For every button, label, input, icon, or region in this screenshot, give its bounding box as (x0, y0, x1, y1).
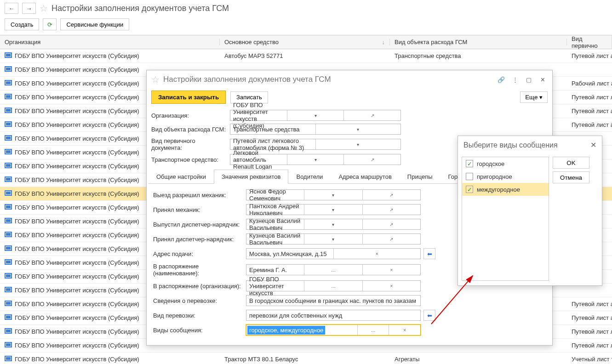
input-addr[interactable]: Москва, ул.Мясницкая, д.15 × (246, 248, 421, 259)
checkbox-icon[interactable]: ✓ (466, 186, 473, 193)
input-vehicle[interactable]: Легковой автомобиль Renault Logan ▾ ↗ (230, 154, 401, 165)
tab-requisites[interactable]: Значения реквизитов (214, 170, 289, 184)
checklist: ✓городскоепригородное✓междугородное (462, 157, 549, 281)
label-doctype: Вид первичного документа: (151, 137, 227, 151)
link-icon[interactable]: 🔗 (496, 74, 506, 85)
col-header-type[interactable]: Вид объекта расхода ГСМ (390, 39, 567, 46)
input-recv-mech[interactable]: Пантюхов Андрей Николаевич ▾ ↗ (246, 204, 421, 215)
document-icon (5, 94, 12, 99)
ok-button[interactable]: OK (553, 157, 589, 169)
topbar: ← → ☆ Настройки заполнения документов уч… (0, 0, 612, 17)
close-icon[interactable]: ✕ (538, 74, 548, 85)
save-close-button[interactable]: Записать и закрыть (151, 91, 226, 104)
sort-icon: ↓ (382, 39, 385, 46)
input-org[interactable]: ГОБУ ВПО Университет искусств (Субсидия)… (230, 110, 401, 121)
input-disp-org[interactable]: ГОБУ ВПО Университет искусств … × (246, 280, 421, 291)
input-trip-type[interactable]: перевозки для собственных нужд (246, 310, 421, 321)
checklist-item[interactable]: ✓городское (462, 157, 549, 170)
document-icon (5, 176, 12, 182)
checklist-label: пригородное (477, 173, 512, 180)
select-icon[interactable]: … (357, 325, 389, 335)
clear-icon[interactable]: × (362, 265, 420, 275)
label-disp-out: Выпустил диспетчер-нарядчик: (153, 221, 243, 228)
input-trip-info[interactable]: В городском сообщении в границах нас. пу… (246, 295, 421, 306)
label-recv-mech: Принял механик: (153, 206, 243, 213)
dropdown-icon[interactable]: ▾ (304, 205, 362, 215)
dropdown-icon[interactable]: ▾ (315, 124, 401, 134)
cancel-button[interactable]: Отмена (553, 171, 589, 183)
tab-trailers[interactable]: Прицепы (400, 170, 440, 184)
document-icon (5, 245, 12, 251)
dropdown-icon[interactable]: ▾ (304, 219, 362, 229)
select-icon[interactable]: … (304, 281, 362, 291)
document-icon (5, 356, 12, 361)
document-icon (5, 121, 12, 127)
col-header-asset[interactable]: Основное средство ↓ (220, 39, 390, 46)
document-icon (5, 135, 12, 141)
maximize-icon[interactable]: ▢ (524, 74, 534, 85)
modal-favorite-icon[interactable]: ☆ (151, 74, 160, 85)
checklist-item[interactable]: ✓междугородное (462, 183, 549, 196)
select-icon[interactable]: … (304, 265, 362, 275)
modal-title: Настройки заполнения документов учета ГС… (163, 75, 492, 84)
dropdown-icon[interactable]: ▾ (304, 234, 362, 244)
select-msg-types-popup: Выберите виды сообщения ✕ ✓городскоеприг… (458, 136, 602, 286)
open-icon[interactable]: ↗ (362, 205, 420, 215)
document-icon (5, 149, 12, 154)
clear-icon[interactable]: × (333, 249, 421, 259)
open-icon[interactable]: ↗ (362, 190, 420, 200)
clear-icon[interactable]: × (389, 325, 420, 335)
tab-general[interactable]: Общие настройки (149, 170, 214, 184)
back-button[interactable]: ← (5, 3, 18, 14)
input-disp-out[interactable]: Кузнецов Василий Васильевич ▾ ↗ (246, 219, 421, 230)
table-row[interactable]: ГОБУ ВПО Университет искусств (Субсидия)… (0, 49, 612, 63)
checkbox-icon[interactable] (466, 173, 473, 180)
open-icon[interactable]: ↗ (343, 154, 400, 165)
document-icon (5, 108, 12, 113)
checkbox-icon[interactable]: ✓ (466, 160, 473, 167)
document-icon (5, 204, 12, 210)
input-doctype[interactable]: Путевой лист легкового автомобиля (форма… (230, 139, 401, 150)
dropdown-icon[interactable]: ▾ (287, 110, 344, 120)
page-title: Настройки заполнения документов учета ГС… (51, 4, 229, 13)
document-icon (5, 301, 12, 306)
col-header-doc[interactable]: Вид первично (567, 35, 612, 49)
refresh-button[interactable]: ⟳ (43, 18, 57, 30)
label-trip-type: Вид перевозки: (153, 312, 243, 319)
more-icon[interactable]: ⋮ (510, 74, 520, 85)
document-icon (5, 163, 12, 168)
input-msg-types[interactable]: городское, междугородное … × (246, 324, 421, 336)
table-row[interactable]: ГОБУ ВПО Университет искусств (Субсидия)… (0, 353, 612, 364)
open-icon[interactable]: ↗ (362, 219, 420, 229)
col-header-org[interactable]: Организация (0, 39, 220, 46)
create-button[interactable]: Создать (5, 18, 39, 30)
input-allow-mech[interactable]: Яснов Федор Семенович ▾ ↗ (246, 189, 421, 200)
document-icon (5, 287, 12, 292)
tab-drivers[interactable]: Водители (288, 170, 331, 184)
more-button[interactable]: Еще ▾ (520, 91, 548, 103)
document-icon (5, 273, 12, 279)
label-disp-in: Принял диспетчер-нарядчик: (153, 236, 243, 243)
open-icon[interactable]: ↗ (343, 110, 400, 120)
input-disp-name[interactable]: Еремина Г. А. … × (246, 264, 421, 275)
copy-left-button[interactable]: ⬅ (423, 310, 435, 321)
service-button[interactable]: Сервисные функции (60, 18, 129, 30)
checklist-item[interactable]: пригородное (462, 170, 549, 183)
forward-button[interactable]: → (22, 3, 36, 14)
label-trip-info: Сведения о перевозке: (153, 297, 243, 304)
document-icon (5, 342, 12, 347)
dropdown-icon[interactable]: ▾ (287, 154, 344, 165)
input-type[interactable]: Транспортные средства ▾ (230, 124, 401, 135)
dropdown-icon[interactable]: ▾ (315, 139, 401, 149)
dropdown-icon[interactable]: ▾ (304, 190, 362, 200)
favorite-icon[interactable]: ☆ (40, 3, 48, 14)
input-disp-in[interactable]: Кузнецов Василий Васильевич ▾ ↗ (246, 233, 421, 245)
grid-header: Организация Основное средство ↓ Вид объе… (0, 35, 612, 49)
open-icon[interactable]: ↗ (362, 234, 420, 244)
copy-left-button[interactable]: ⬅ (423, 248, 435, 259)
label-addr: Адрес подачи: (153, 250, 243, 257)
clear-icon[interactable]: × (362, 281, 420, 291)
popup-close-icon[interactable]: ✕ (590, 141, 596, 149)
document-icon (5, 328, 12, 334)
tab-addresses[interactable]: Адреса маршрутов (331, 170, 399, 184)
